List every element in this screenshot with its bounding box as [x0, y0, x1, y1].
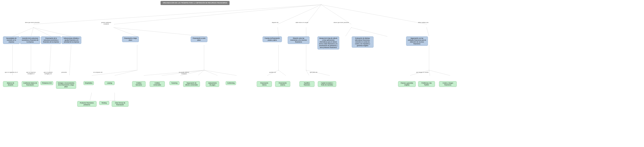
svg-line-9 — [34, 27, 71, 36]
fianzas-node: Fianzas y garantías exigidas — [398, 81, 416, 87]
cred-bancarios-box: Créditos bancarios — [132, 81, 146, 87]
productos-box: Productos financieros: préstamos — [77, 101, 96, 107]
necesidades-box: Necesidades de inversión en la empresa — [3, 36, 20, 44]
subvenciones-box: Subvenciones oficiales y ayudas financie… — [62, 36, 81, 44]
leasing-node: Leasing — [104, 81, 116, 85]
problemas-box: Problemas y las PyMES — [418, 81, 435, 87]
ventajas-node: Ventajas e inconvenientes de la financia… — [56, 81, 76, 89]
prestamos-box: Préstamos ICO — [40, 81, 53, 85]
inversion-label: Inversión de la estructura económica y f… — [22, 37, 38, 43]
necesidades-node: Necesidades de inversión en la empresa — [3, 36, 20, 44]
evaluacion-label: Evaluación de distintas alternativas fin… — [355, 37, 370, 46]
emprestitos-box: Empréstitos — [84, 81, 94, 85]
capital-label: Capital circulante o fondo de maniobra — [321, 82, 333, 86]
renting-node: Renting — [99, 101, 110, 105]
relacion-node: Relación entre las inversiones y los rec… — [288, 36, 310, 44]
fin-corto-box: Financiación a corto plazo — [191, 36, 208, 42]
productos-node: Productos financieros: préstamos — [77, 101, 96, 107]
svg-line-5 — [321, 5, 426, 24]
manejo-node: Manejo de la hoja de cálculo y otras apl… — [313, 36, 344, 49]
capital-node: Capital circulante o fondo de maniobra — [318, 81, 336, 87]
emprestitos-node: Empréstitos — [82, 81, 95, 85]
svg-line-29 — [204, 70, 218, 76]
fianzas-label: Fianzas y garantías exigidas — [400, 82, 413, 86]
fuentes-label: Fuentes de financiación propia y ajena — [265, 37, 280, 41]
label-obtener: se puede obtener mediante — [176, 71, 192, 75]
fin-estructura-box: Financiación de la estructura económica … — [41, 36, 61, 44]
negociacion-label: Negociación con las entidades financiera… — [408, 37, 426, 45]
balance-box: Balance de situación — [3, 81, 18, 87]
subvenciones-label: Subvenciones oficiales y ayudas financie… — [64, 37, 79, 43]
neg-efectos-box: Negociación de efectos comerciales — [183, 81, 200, 87]
aplazamiento-label: Aplazamiento de pagos — [208, 82, 217, 86]
label-puede: puede realizarse mediante — [99, 22, 114, 25]
renting-label: Renting — [102, 102, 106, 104]
fin-interna-node: Financiación interna — [257, 81, 272, 87]
label-tienen: tienen que tener presente — [333, 22, 350, 23]
svg-line-41 — [90, 93, 92, 100]
fianzas-box: Fianzas y garantías exigidas — [398, 81, 416, 87]
label-debe-tener: debe tener en cuenta — [294, 22, 310, 23]
svg-line-12 — [278, 27, 278, 36]
renting-box: Renting — [99, 101, 109, 105]
balance-node: Balance de situación — [3, 81, 18, 87]
fuentes-node: Fuentes de financiación propia y ajena — [262, 36, 282, 42]
label-debe-realizar: debe realizar una — [416, 22, 430, 23]
label-tenga: que tenga en cuenta — [415, 71, 430, 73]
coeficiente-box: Coeficiente básico de financiación — [22, 81, 38, 87]
costes-node: Costes y riesgos financieros — [439, 81, 457, 87]
cred-comerciales-box: Créditos comerciales — [150, 81, 165, 87]
inversion-box: Inversión de la estructura económica y f… — [20, 36, 40, 44]
negociacion-node: Negociación con las entidades financiera… — [405, 36, 429, 46]
svg-line-28 — [198, 70, 204, 76]
root-title-node: ORGANIZACIÓN DE LOS TRÁMITES PARA LA OBT… — [160, 1, 230, 5]
cred-bancarios-node: Créditos bancarios — [132, 81, 146, 87]
fin-corto-node: Financiación a corto plazo — [191, 36, 208, 42]
negociacion-box: Negociación con las entidades financiera… — [406, 36, 428, 46]
svg-line-16 — [426, 27, 429, 36]
fin-interna-box: Financiación interna — [257, 81, 272, 87]
equilibrio-box: Equilibrio financiero — [300, 81, 314, 87]
otras-node: Otras formas de financiación — [112, 101, 128, 107]
fin-externa-label: Financiación externa — [279, 82, 287, 86]
cred-comerciales-label: Créditos comerciales — [154, 82, 161, 86]
productos-label: Productos financieros: préstamos — [80, 102, 94, 106]
coeficiente-node: Coeficiente básico de financiación — [22, 81, 38, 87]
otras-label: Otras formas de financiación — [115, 102, 125, 106]
relacion-box: Relación entre las inversiones y los rec… — [288, 36, 310, 44]
svg-line-8 — [34, 27, 51, 36]
conforming-node: Conforming — [224, 81, 238, 85]
cred-bancarios-label: Créditos bancarios — [136, 82, 142, 86]
leasing-label: Leasing — [107, 82, 112, 84]
svg-line-20 — [70, 45, 71, 76]
svg-line-14 — [346, 27, 351, 36]
label-compone: se compone de — [91, 71, 104, 73]
balance-label: Balance de situación — [7, 82, 14, 86]
costes-label: Costes y riesgos financieros — [442, 82, 453, 86]
factoring-label: Factoring — [172, 82, 177, 84]
svg-line-4 — [321, 5, 351, 24]
evaluacion-box: Evaluación de distintas alternativas fin… — [352, 36, 374, 48]
svg-line-19 — [49, 45, 51, 76]
svg-line-30 — [204, 70, 237, 76]
fin-corto-label: Financiación a corto plazo — [193, 37, 206, 41]
equilibrio-node: Equilibrio financiero — [300, 81, 314, 87]
label-expresa: que se expresa mediante el — [24, 71, 38, 75]
inversion-node: Inversión de la estructura económica y f… — [20, 36, 40, 44]
relacion-label: Relación entre las inversiones y los rec… — [290, 37, 307, 43]
equilibrio-label: Equilibrio financiero — [304, 82, 310, 86]
fin-largo-label: Financiación a largo plazo — [124, 37, 137, 41]
subvenciones-node: Subvenciones oficiales y ayudas financie… — [62, 36, 81, 44]
label-organiza: que se organiza en el — [4, 71, 19, 73]
factoring-box: Factoring — [170, 81, 180, 85]
svg-line-3 — [306, 5, 321, 24]
fin-externa-box: Financiación externa — [275, 81, 290, 87]
prestamos-label: Préstamos ICO — [42, 82, 52, 84]
diagram-container: ORGANIZACIÓN DE LOS TRÁMITES PARA LA OBT… — [0, 0, 644, 147]
fin-largo-box: Financiación a largo plazo — [122, 36, 139, 42]
evaluacion-node: Evaluación de distintas alternativas fin… — [350, 36, 376, 48]
prestamos-node: Préstamos ICO — [40, 81, 54, 85]
label-pueden-ser: pueden ser — [266, 71, 279, 73]
conforming-label: Conforming — [227, 82, 234, 84]
svg-line-11 — [114, 27, 204, 36]
